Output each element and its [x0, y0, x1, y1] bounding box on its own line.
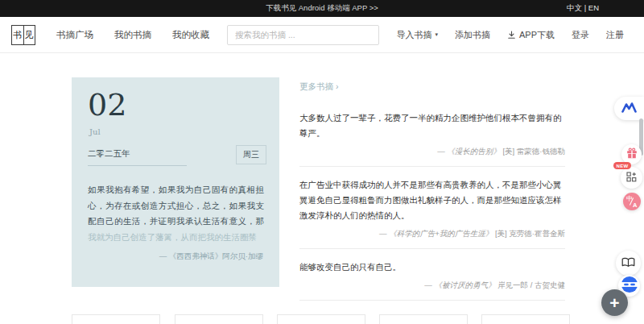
login-button[interactable]: 登录 — [572, 29, 589, 41]
gift-icon — [626, 147, 638, 162]
download-icon — [507, 31, 516, 39]
quotes-panel: 更多书摘 › 大多数人过了一辈子，花费了一半的精力企图维护他们根本不曾拥有的尊严… — [299, 78, 565, 301]
open-book-icon — [621, 256, 635, 271]
attr-book-title: 《漫长的告别》 — [447, 147, 501, 156]
attr-dash: — — [424, 280, 434, 289]
attr-author: [美] 雷蒙德·钱德勒 — [501, 147, 565, 156]
attr-dash: — — [437, 147, 447, 156]
import-excerpt-button[interactable]: 导入书摘 ▾ — [396, 29, 438, 41]
excerpt-card[interactable] — [379, 314, 468, 324]
nav-item-square[interactable]: 书摘广场 — [56, 29, 93, 41]
reader-button[interactable] — [616, 251, 641, 276]
app-download-button[interactable]: APP下载 — [507, 29, 555, 41]
quote-text: 在广告业中获得成功的人并不是那些有高贵教养的人，不是那些小心翼翼避免自己显得粗鲁… — [299, 177, 565, 223]
attr-author: [美] 克劳德·霍普金斯 — [493, 229, 565, 238]
date-day: 02 — [88, 89, 126, 123]
quote-attribution: — 《科学的广告+我的广告生涯》 [美] 克劳德·霍普金斯 — [299, 229, 565, 239]
daily-quote-attribution: — 《西西弗神话》阿尔贝·加缪 — [159, 251, 263, 262]
nav-item-my-favorites[interactable]: 我的收藏 — [172, 29, 209, 41]
language-switch[interactable]: 中文 | EN — [567, 3, 599, 14]
daily-quote-text: 如果我抱有希望，如果我为自己固有的真相担心，为存在或创造方式担心，总之，如果我支… — [88, 182, 264, 245]
logo-char-1: 书 — [12, 26, 24, 44]
excerpt-card[interactable] — [277, 314, 365, 324]
header: 书 见 书摘广场 我的书摘 我的收藏 导入书摘 ▾ 添加书摘 APP下载 登录 … — [0, 17, 644, 53]
logo-char-2: 见 — [24, 26, 35, 44]
app-download-label: APP下载 — [519, 29, 555, 41]
excerpt-card[interactable] — [175, 314, 263, 324]
attr-author: 岸见一郎 / 古贺史健 — [495, 280, 565, 289]
daily-quote-card[interactable]: 02 Jul 二零二五年 周三 如果我抱有希望，如果我为自己固有的真相担心，为存… — [72, 77, 279, 287]
app-download-banner-link[interactable]: 下载书见 Android 移动端 APP >> — [0, 3, 644, 14]
search-input[interactable] — [227, 25, 379, 45]
attr-dash: — — [379, 229, 389, 238]
logo[interactable]: 书 见 — [11, 25, 35, 45]
translate-button[interactable]: 中 A — [623, 193, 641, 210]
nav-item-my-excerpts[interactable]: 我的书摘 — [114, 29, 151, 41]
add-fab-button[interactable]: + — [601, 289, 628, 316]
translate-en-glyph: A — [633, 201, 637, 209]
new-badge: NEW — [613, 162, 631, 169]
quote-attribution: — 《被讨厌的勇气》 岸见一郎 / 古贺史健 — [299, 280, 565, 291]
page: 下载书见 Android 移动端 APP >> 中文 | EN 书 见 书摘广场… — [0, 0, 644, 324]
date-year: 二零二五年 — [88, 148, 187, 166]
quote-text: 大多数人过了一辈子，花费了一半的精力企图维护他们根本不曾拥有的尊严。 — [299, 110, 565, 141]
grid-plus-icon — [626, 171, 637, 185]
register-button[interactable]: 注册 — [606, 29, 624, 41]
excerpt-card[interactable] — [481, 314, 570, 324]
quote-item[interactable]: 在广告业中获得成功的人并不是那些有高贵教养的人，不是那些小心翼翼避免自己显得粗鲁… — [299, 167, 565, 249]
attr-book-title: 《被讨厌的勇气》 — [434, 280, 495, 289]
date-month: Jul — [89, 127, 101, 136]
quote-attribution: — 《漫长的告别》 [美] 雷蒙德·钱德勒 — [299, 147, 565, 157]
side-logo-tab[interactable] — [614, 97, 644, 120]
add-excerpt-button[interactable]: 添加书摘 — [455, 29, 490, 41]
new-feature-button[interactable]: NEW — [621, 167, 642, 189]
top-banner: 下载书见 Android 移动端 APP >> 中文 | EN — [0, 0, 644, 17]
quote-item[interactable]: 大多数人过了一辈子，花费了一半的精力企图维护他们根本不曾拥有的尊严。 — 《漫长… — [299, 103, 565, 167]
quote-item[interactable]: 能够改变自己的只有自己。 — 《被讨厌的勇气》 岸见一郎 / 古贺史健 — [299, 249, 565, 301]
import-excerpt-label: 导入书摘 — [396, 29, 431, 41]
plus-icon: + — [609, 294, 619, 311]
excerpt-card[interactable] — [72, 314, 160, 324]
daily-quote-main: 如果我抱有希望，如果我为自己固有的真相担心，为存在或创造方式担心，总之，如果我支… — [88, 185, 264, 226]
daily-quote-faded: 我就为自己创造了藩篱，从而把我的生活圈禁 — [88, 232, 257, 242]
more-excerpts-link[interactable]: 更多书摘 › — [299, 81, 338, 103]
mountain-logo-icon — [621, 102, 637, 116]
quote-text: 能够改变自己的只有自己。 — [299, 260, 565, 275]
chevron-down-icon: ▾ — [435, 31, 438, 38]
attr-book-title: 《科学的广告+我的广告生涯》 — [389, 229, 493, 238]
date-weekday-badge: 周三 — [236, 145, 266, 164]
